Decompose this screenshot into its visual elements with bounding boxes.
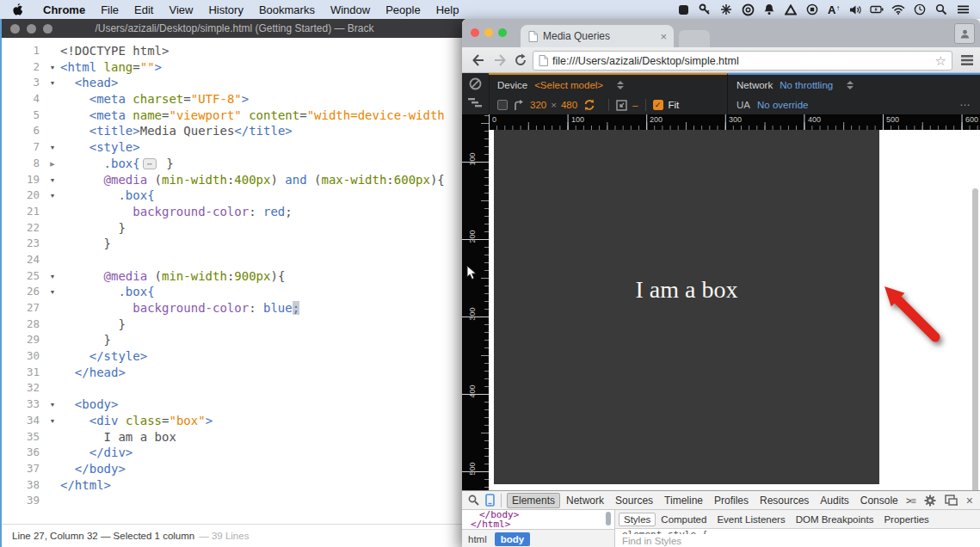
collapsed-code-widget[interactable]: ⋯ [143,158,157,169]
volume-icon[interactable] [848,3,862,16]
fold-toggle-icon[interactable]: ▶ [45,157,60,173]
code-token: > [206,414,213,427]
battery-icon[interactable] [870,3,884,16]
fit-checkbox[interactable]: ✓ [653,100,663,110]
bookmark-star-icon[interactable]: ☆ [935,54,946,67]
devtools-tab-console[interactable]: Console [855,493,903,508]
find-in-styles-input[interactable]: Find in Styles [615,534,980,546]
fold-toggle-icon[interactable]: ▼ [45,188,60,205]
creative-cloud-icon[interactable] [741,3,755,16]
elements-tree[interactable]: </body></html> [462,510,615,529]
menu-item-chrome[interactable]: Chrome [35,3,93,16]
editor-title-bar[interactable]: /Users/azizali/Desktop/simple.html (Gett… [2,19,467,38]
forward-button[interactable] [493,53,508,67]
fold-toggle-icon[interactable]: ▼ [45,173,60,189]
menu-item-view[interactable]: View [161,3,200,16]
menu-item-help[interactable]: Help [428,3,467,16]
menu-item-edit[interactable]: Edit [126,3,161,16]
evernote-icon[interactable] [676,3,690,16]
code-token: 900px [234,269,270,283]
browser-minimize-button[interactable] [484,28,493,37]
device-model-select[interactable]: <Select model> [534,80,624,90]
swap-dimensions-icon[interactable] [583,99,595,111]
browser-tab[interactable]: Media Queries × [521,25,674,47]
menu-item-window[interactable]: Window [323,3,378,16]
styles-pane[interactable]: element.style { Find in Styles [615,529,980,547]
devtools-tab-elements[interactable]: Elements [507,493,560,508]
fold-toggle-icon[interactable]: ▼ [45,76,60,92]
notification-center-icon[interactable] [956,3,970,16]
browser-close-button[interactable] [471,28,479,37]
google-drive-icon[interactable] [784,3,798,16]
dock-side-icon[interactable] [945,495,958,506]
device-height-value[interactable]: 480 [561,100,577,110]
bell-icon[interactable] [762,3,776,16]
styles-tab-dom-breakpoints[interactable]: DOM Breakpoints [791,513,879,526]
menu-item-people[interactable]: People [378,3,428,16]
styles-tab-computed[interactable]: Computed [656,513,712,526]
zoom-minus[interactable]: – [632,100,638,110]
fold-toggle-icon[interactable]: ▼ [45,414,60,430]
elements-tree-node[interactable]: </html> [462,519,614,529]
breadcrumb-item-html[interactable]: html [462,532,493,546]
device-checkbox[interactable] [497,100,508,110]
code-line: 28 } [2,317,467,334]
fold-toggle-icon[interactable]: ▼ [45,397,60,414]
devtools-tab-sources[interactable]: Sources [610,493,658,508]
line-number: 31 [2,366,45,382]
menu-item-bookmarks[interactable]: Bookmarks [251,3,323,16]
code-editor[interactable]: 1<!DOCTYPE html>2▼<html lang="">3▼ <head… [2,38,467,525]
settings-gear-icon[interactable] [924,495,936,507]
menu-bar: ChromeFileEditViewHistoryBookmarksWindow… [0,0,980,19]
rotate-icon[interactable] [513,100,525,111]
more-options-icon[interactable]: … [959,95,971,108]
clock-icon[interactable] [913,3,927,16]
styles-tab-properties[interactable]: Properties [878,513,934,526]
fold-toggle-icon[interactable]: ▼ [45,269,60,286]
line-number: 22 [2,221,45,237]
fold-toggle-icon[interactable]: ▼ [45,60,60,77]
menu-item-file[interactable]: File [93,3,126,16]
devtools-close-icon[interactable]: × [966,495,973,507]
devtools-tab-timeline[interactable]: Timeline [659,493,708,508]
sparkle-icon[interactable] [719,3,733,16]
devtools-tab-audits[interactable]: Audits [815,493,854,508]
wifi-icon[interactable] [891,3,905,16]
network-throttling-select[interactable]: No throttling [780,80,854,90]
back-button[interactable] [471,53,485,67]
profile-button[interactable] [954,23,975,44]
new-tab-button[interactable] [679,30,710,47]
devtools-tab-resources[interactable]: Resources [755,493,814,508]
devtools-tab-profiles[interactable]: Profiles [709,493,754,508]
breadcrumb-item-body[interactable]: body [495,532,530,546]
reload-button[interactable] [514,53,527,67]
fold-toggle-icon[interactable]: ▼ [45,140,60,157]
tab-close-icon[interactable]: × [660,31,667,42]
ruler-label: 500 [886,115,899,124]
code-token: blue [263,301,293,315]
disable-emulation-icon[interactable] [469,77,482,92]
elements-scrollbar-thumb[interactable] [606,512,611,525]
styles-tab-event-listeners[interactable]: Event Listeners [712,513,790,526]
search-icon[interactable] [468,495,479,506]
url-text[interactable]: file:///Users/azizali/Desktop/simple.htm… [552,55,935,67]
ua-override-value[interactable]: No override [757,100,808,110]
adobe-icon[interactable]: A↑ [827,3,841,16]
media-queries-icon[interactable] [467,96,484,111]
spotlight-icon[interactable] [934,3,948,16]
styles-tab-styles[interactable]: Styles [619,513,656,526]
devtools-tab-network[interactable]: Network [561,493,609,508]
address-bar[interactable]: file:///Users/azizali/Desktop/simple.htm… [533,51,952,71]
page-icon[interactable] [539,55,548,66]
device-width-value[interactable]: 320 [530,100,546,110]
menu-item-history[interactable]: History [200,3,250,16]
screencast-icon[interactable] [616,100,627,111]
record-icon[interactable] [805,3,819,16]
apple-menu-icon[interactable] [12,3,23,16]
browser-zoom-button[interactable] [498,28,507,37]
chrome-menu-button[interactable] [960,54,974,66]
fold-toggle-icon[interactable]: ▼ [45,285,60,301]
device-mode-icon[interactable] [485,494,495,507]
keychain-icon[interactable] [698,3,712,16]
console-drawer-icon[interactable]: >≡ [906,495,915,506]
